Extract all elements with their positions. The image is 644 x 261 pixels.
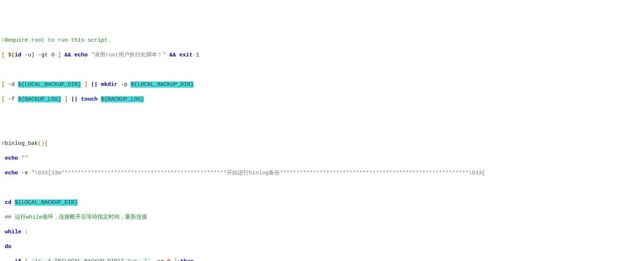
- variable-ref: ${BACKUP_LOG}: [18, 96, 61, 102]
- code-line[interactable]: #Require·root·to·run·this·script.: [1, 37, 643, 44]
- variable-ref: ${LOCAL_BACKUP_DIR}: [131, 81, 194, 88]
- comment-text: #Require·root·to·run·this·script.: [1, 37, 111, 44]
- code-line[interactable]: ·while·:: [1, 229, 643, 236]
- code-line[interactable]: ·echo·"": [1, 155, 643, 162]
- code-line[interactable]: [·-f·${BACKUP_LOG}·]·||·touch·${BACKUP_L…: [1, 96, 643, 103]
- code-line[interactable]: [1, 66, 643, 74]
- code-line[interactable]: ·## 运行while循环，连接断开后等待指定时间，重新连接: [1, 214, 643, 221]
- code-line[interactable]: ·echo·-e·"\033[33m**********************…: [1, 170, 643, 177]
- code-line[interactable]: ·do: [1, 243, 643, 251]
- variable-ref: ${LOCAL_BACKUP_DIR}: [18, 81, 81, 88]
- code-line[interactable]: ····if·[·`ls -A "${LOCAL_BACKUP_DIR}" |w…: [1, 258, 643, 261]
- code-line[interactable]: [1, 125, 643, 133]
- code-line[interactable]: [·$(id·-u)·-gt·0·]·&&·echo·"请用root用户执行此脚…: [1, 52, 643, 59]
- code-line[interactable]: [1, 111, 643, 118]
- code-line[interactable]: [1, 184, 643, 192]
- code-editor[interactable]: #Require·root·to·run·this·script. [·$(id…: [0, 29, 644, 261]
- code-line[interactable]: ·cd·${LOCAL_BACKUP_DIR}: [1, 199, 643, 206]
- code-line[interactable]: [·-d·${LOCAL_BACKUP_DIR}·]·||·mkdir·-p·$…: [1, 81, 643, 88]
- variable-ref: ${BACKUP_LOG}: [101, 96, 144, 102]
- fold-marker-icon[interactable]: ⊟: [1, 140, 5, 147]
- code-line[interactable]: ⊟binlog_bak(){: [1, 140, 643, 147]
- variable-ref: ${LOCAL_BACKUP_DIR}: [15, 199, 78, 206]
